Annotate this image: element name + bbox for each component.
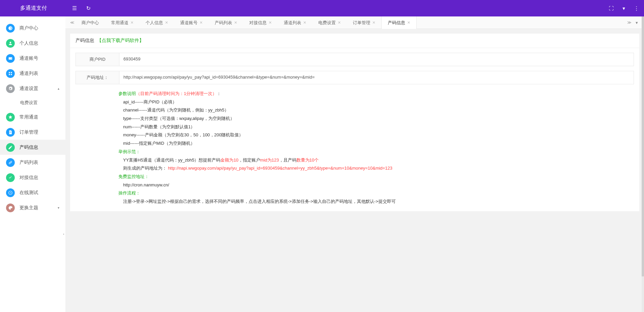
sidebar-item-test[interactable]: ¥ 在线测试 <box>0 185 65 200</box>
tab-label: 通道列表 <box>284 16 301 29</box>
sidebar-item-label: 个人信息 <box>19 40 38 46</box>
tab-label: 产码列表 <box>215 16 232 29</box>
document-icon <box>6 128 15 137</box>
close-icon[interactable]: ✕ <box>130 16 133 29</box>
param-channel: channel------通道代码（为空则随机，例如：yy_zbh5） <box>118 106 634 115</box>
user-menu-icon[interactable]: ▾ <box>623 5 625 11</box>
tab[interactable]: 订单管理✕ <box>347 16 381 29</box>
svg-point-2 <box>11 58 12 59</box>
download-link[interactable]: 【点我下载产码软件】 <box>97 38 144 43</box>
param-note: （目前产码清理时间为：1分钟清理一次） <box>136 91 217 96</box>
url-label: 产码地址： <box>76 71 119 84</box>
chevron-down-icon: ▾ <box>58 206 59 210</box>
svg-rect-4 <box>11 72 12 73</box>
sidebar-item-code-info[interactable]: 产码信息 <box>0 140 65 155</box>
tab-bar: ≪ 商户中心常用通道✕个人信息✕通道账号✕产码列表✕对接信息✕通道列表✕电费设置… <box>65 16 644 29</box>
tab-label: 电费设置 <box>318 16 336 29</box>
close-icon[interactable]: ✕ <box>303 16 306 29</box>
tab[interactable]: 常用通道✕ <box>105 16 140 29</box>
tab-label: 个人信息 <box>146 16 163 29</box>
tab-label: 订单管理 <box>353 16 370 29</box>
grid-icon <box>6 69 15 78</box>
sidebar-item-common-channel[interactable]: 常用通道 <box>0 109 65 125</box>
sidebar-item-label: 常用通道 <box>19 114 38 120</box>
sidebar-item-label: 订单管理 <box>19 129 38 135</box>
refresh-icon[interactable]: ↻ <box>86 5 91 11</box>
colon: ： <box>217 91 221 96</box>
check-icon <box>6 173 15 182</box>
sidebar-item-code-list[interactable]: 产码列表 <box>0 155 65 170</box>
sidebar-item-api-info[interactable]: 对接信息 <box>0 170 65 185</box>
tabs-scroll-left-icon[interactable]: ≪ <box>69 20 75 25</box>
svg-rect-8 <box>10 132 11 133</box>
sidebar-item-orders[interactable]: 订单管理 <box>0 125 65 140</box>
yuan-icon: ¥ <box>6 188 15 197</box>
scrollbar-track[interactable] <box>642 16 644 312</box>
sidebar-item-merchant[interactable]: 商户中心 <box>0 20 65 36</box>
scrollbar-thumb[interactable] <box>642 16 644 276</box>
tabs-dropdown-icon[interactable]: ▾ <box>633 20 641 25</box>
svg-rect-6 <box>11 74 12 75</box>
dashboard-icon <box>6 24 15 33</box>
close-icon[interactable]: ✕ <box>234 16 237 29</box>
pid-label: 商户PID <box>76 53 119 66</box>
gear-icon <box>6 84 15 93</box>
logo: 多通道支付 <box>5 5 65 12</box>
monitor-url: http://cron.nanmuyw.cn/ <box>118 181 634 189</box>
svg-rect-5 <box>9 74 10 75</box>
tab-label: 产码信息 <box>388 16 405 29</box>
tab[interactable]: 商户中心 <box>75 16 105 29</box>
content-area: 产码信息 【点我下载产码软件】 商户PID 6930459 产码地址： http… <box>65 29 644 312</box>
tab[interactable]: 电费设置✕ <box>312 16 347 29</box>
param-money: money------产码金额（为空则在30，50，100，200随机取值） <box>118 131 634 139</box>
sidebar-toggle-icon[interactable]: ☰ <box>72 5 77 11</box>
info-card: 产码信息 【点我下载产码软件】 商户PID 6930459 产码地址： http… <box>70 34 639 211</box>
close-icon[interactable]: ✕ <box>200 16 203 29</box>
tab[interactable]: 个人信息✕ <box>140 16 174 29</box>
sidebar-item-profile[interactable]: 个人信息 <box>0 36 65 51</box>
close-icon[interactable]: ✕ <box>372 16 375 29</box>
wallet-icon <box>6 54 15 63</box>
sidebar-item-channel-settings[interactable]: 通道设置 ▴ <box>0 81 65 96</box>
notes: 参数说明（目前产码清理时间为：1分钟清理一次）： api_id------商户P… <box>75 90 634 206</box>
sidebar-item-theme[interactable]: 更换主题 ▾ <box>0 200 65 215</box>
tab[interactable]: 通道账号✕ <box>174 16 209 29</box>
sidebar-item-channel-account[interactable]: 通道账号 <box>0 51 65 66</box>
tab[interactable]: 对接信息✕ <box>243 16 278 29</box>
card-title: 产码信息 <box>75 38 94 43</box>
fullscreen-icon[interactable]: ⛶ <box>609 5 614 11</box>
close-icon[interactable]: ✕ <box>269 16 272 29</box>
palette-icon <box>6 204 15 212</box>
sidebar: 商户中心 个人信息 通道账号 通道列表 通道设置 ▴ 电费设置 <box>0 16 65 312</box>
flow-title: 操作流程： <box>118 189 634 197</box>
close-icon[interactable]: ✕ <box>338 16 341 29</box>
sidebar-subitem-fee[interactable]: 电费设置 <box>0 96 65 109</box>
sidebar-item-label: 通道设置 <box>19 86 38 92</box>
monitor-title: 免费监控地址： <box>118 173 634 181</box>
tab[interactable]: 产码列表✕ <box>209 16 243 29</box>
url-row: 产码地址： http://napi.wwgopay.com/api/pay/yu… <box>75 71 634 84</box>
sidebar-item-label: 产码信息 <box>19 144 38 150</box>
close-icon[interactable]: ✕ <box>165 16 168 29</box>
sidebar-item-label: 对接信息 <box>19 175 38 181</box>
example-line: YY直播H5通道（通道代码：yy_zbh5）想提前产码金额为10，指定账户mid… <box>118 156 634 165</box>
param-title: 参数说明 <box>118 91 136 96</box>
tab-label: 对接信息 <box>249 16 267 29</box>
tabs-scroll-right-icon[interactable]: ≫ <box>626 20 633 25</box>
tab-label: 商户中心 <box>82 16 99 29</box>
sidebar-item-label: 产码列表 <box>19 160 38 166</box>
close-icon[interactable]: ✕ <box>407 16 410 29</box>
more-icon[interactable]: ⋮ <box>634 5 639 11</box>
sidebar-item-label: 在线测试 <box>19 190 38 196</box>
pid-row: 商户PID 6930459 <box>75 53 634 66</box>
sidebar-item-label: 更换主题 <box>19 205 38 211</box>
tab[interactable]: 通道列表✕ <box>278 16 312 29</box>
card-header: 产码信息 【点我下载产码软件】 <box>70 34 639 48</box>
sidebar-item-label: 商户中心 <box>19 25 38 31</box>
param-mid: mid------指定账户MID（为空则随机） <box>118 139 634 148</box>
param-api-id: api_id------商户PID（必填） <box>118 98 634 106</box>
svg-text:¥: ¥ <box>10 192 11 194</box>
param-num: num------产码数量（为空则默认值1） <box>118 123 634 131</box>
tab[interactable]: 产码信息✕ <box>381 16 417 29</box>
sidebar-item-channel-list[interactable]: 通道列表 <box>0 66 65 81</box>
